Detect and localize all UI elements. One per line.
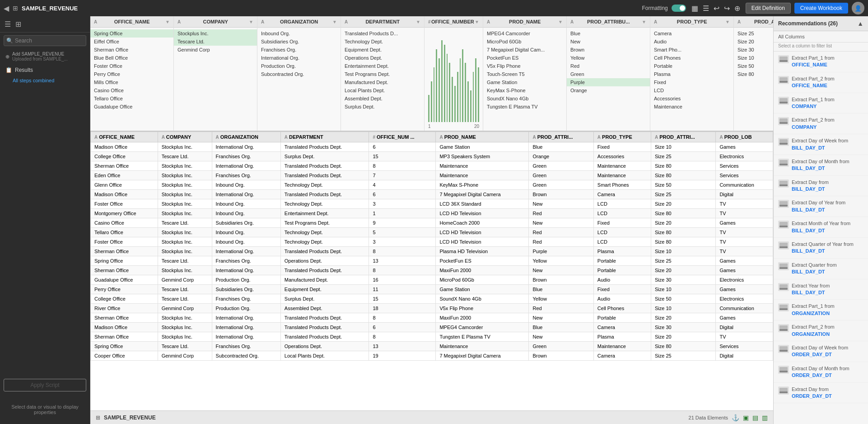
table-row[interactable]: River OfficeGenmind CorpProduction Org.A… (91, 304, 773, 313)
col-value: Manufactured Dept. (341, 78, 424, 86)
undo-button[interactable]: ↩ (712, 3, 721, 14)
col-card-header-5[interactable]: A PROD_NAME ▼ (483, 16, 566, 28)
col-value: Technology Dept. (341, 38, 424, 46)
col-filter-icon-0[interactable]: ▼ (165, 19, 170, 24)
edit-definition-button[interactable]: Edit Definition (746, 3, 791, 14)
rec-icon (778, 200, 789, 208)
recommendation-item[interactable]: Extract Part_2 from ORGANIZATION (774, 320, 868, 341)
list-view-button[interactable]: ☰ (701, 3, 711, 14)
rec-icon-inner (779, 181, 788, 186)
col-filter-icon-3[interactable]: ▼ (416, 19, 420, 24)
table-row[interactable]: Tellaro OfficeStockplus Inc.Inbound Org.… (91, 228, 773, 237)
recommendation-item[interactable]: Extract Quarter of Year from BILL_DAY_DT (774, 238, 868, 259)
recommendation-item[interactable]: Extract Part_1 from ORGANIZATION (774, 300, 868, 320)
table-row[interactable]: College OfficeTescare Ltd.Franchises Org… (91, 294, 773, 304)
formatting-toggle[interactable] (672, 5, 686, 12)
table-row[interactable]: College OfficeTescare Ltd.Franchises Org… (91, 152, 773, 161)
col-card-header-6[interactable]: A PROD_ATTRIBU... ▼ (567, 16, 650, 28)
redo-button[interactable]: ↪ (722, 3, 732, 14)
th-prod_type[interactable]: APROD_TYPE (593, 132, 651, 142)
recommendation-item[interactable]: Extract Part_2 from COMPANY (774, 113, 868, 134)
th-department[interactable]: ADEPARTMENT (280, 132, 369, 142)
col-card-header-2[interactable]: A ORGANIZATION ▼ (257, 16, 341, 28)
table-row[interactable]: Perry OfficeTescare Ltd.Subsidiaries Org… (91, 285, 773, 294)
table-row[interactable]: Sherman OfficeStockplus Inc.Internationa… (91, 247, 773, 256)
data-table-wrapper[interactable]: AOFFICE_NAMEACOMPANYAORGANIZATIONADEPART… (90, 132, 773, 410)
recommendation-item[interactable]: Extract Day from BILL_DAY_DT (774, 176, 868, 197)
recommendation-item[interactable]: Extract Quarter from BILL_DAY_DT (774, 259, 868, 279)
th-office_name[interactable]: AOFFICE_NAME (91, 132, 158, 142)
table-row[interactable]: Madison OfficeStockplus Inc.Internationa… (91, 323, 773, 332)
recommendation-item[interactable]: Extract Month of Year from BILL_DAY_DT (774, 217, 868, 238)
table-cell: Translated Products Dept. (280, 142, 369, 152)
anchor-button[interactable]: ⚓ (732, 414, 739, 421)
th-organization[interactable]: AORGANIZATION (212, 132, 280, 142)
table-row[interactable]: Spring OfficeTescare Ltd.Franchises Org.… (91, 256, 773, 266)
col-filter-icon-1[interactable]: ▼ (249, 19, 253, 24)
table-row[interactable]: Glenn OfficeStockplus Inc.Inbound Org.Te… (91, 180, 773, 190)
col-card-header-7[interactable]: A PROD_TYPE ▼ (650, 16, 733, 28)
recommendation-item[interactable]: Extract Day of Year from BILL_DAY_DT (774, 196, 868, 217)
col-filter-icon-6[interactable]: ▼ (642, 19, 646, 24)
col-filter-icon-2[interactable]: ▼ (332, 19, 337, 24)
table-row[interactable]: Sherman OfficeStockplus Inc.Internationa… (91, 332, 773, 342)
table-row[interactable]: Guadalupe OfficeGenmind CorpProduction O… (91, 275, 773, 285)
sidebar-grid-button[interactable]: ⊞ (14, 19, 22, 29)
table-row[interactable]: Madison OfficeStockplus Inc.Internationa… (91, 142, 773, 152)
recommendation-item[interactable]: Extract Day of Month from BILL_DAY_DT (774, 155, 868, 176)
col-card-header-8[interactable]: A PROD_ATTRIBU... ▼ (734, 16, 773, 28)
apply-script-button[interactable]: Apply Script (4, 379, 86, 391)
recommendation-item[interactable]: Extract Part_1 from OFFICE_NAME (774, 52, 868, 72)
table-cell: Accessories (593, 152, 651, 161)
table-row[interactable]: Sherman OfficeStockplus Inc.Internationa… (91, 313, 773, 323)
th-prod_lob[interactable]: APROD_LOB (716, 132, 773, 142)
recommendation-item[interactable]: Extract Day of Week from ORDER_DAY_DT (774, 341, 868, 362)
add-dataset-button[interactable]: ⊕ Add SAMPLE_REVENUEUploaded from SAMPLE… (0, 49, 90, 64)
table-row[interactable]: Foster OfficeStockplus Inc.Inbound Org.T… (91, 237, 773, 247)
table-row[interactable]: Eden OfficeStockplus Inc.Franchises Org.… (91, 171, 773, 180)
table-row[interactable]: Madison OfficeStockplus Inc.Internationa… (91, 190, 773, 199)
col-card-header-1[interactable]: A COMPANY ▼ (174, 16, 257, 28)
th-prod_name[interactable]: APROD_NAME (436, 132, 529, 142)
recommendation-item[interactable]: Extract Year from BILL_DAY_DT (774, 279, 868, 300)
rec-from: BILL_DAY_DT (792, 269, 825, 274)
search-input[interactable] (4, 35, 86, 46)
th-office_num-...[interactable]: #OFFICE_NUM ... (369, 132, 436, 142)
green-view-3[interactable]: ▥ (762, 414, 768, 421)
table-row[interactable]: Sherman OfficeStockplus Inc.Internationa… (91, 161, 773, 171)
recommendation-item[interactable]: Extract Day from ORDER_DAY_DT (774, 383, 868, 404)
all-steps-combined[interactable]: All steps combined (0, 76, 90, 85)
col-filter-icon-7[interactable]: ▼ (725, 19, 730, 24)
recommendation-item[interactable]: Extract Day of Month from ORDER_DAY_DT (774, 362, 868, 383)
table-row[interactable]: Spring OfficeTescare Ltd.Franchises Org.… (91, 342, 773, 351)
col-card-header-3[interactable]: A DEPARTMENT ▼ (341, 16, 424, 28)
recommendation-item[interactable]: Extract Part_2 from OFFICE_NAME (774, 72, 868, 93)
table-row[interactable]: Casino OfficeTescare Ltd.Subsidiaries Or… (91, 218, 773, 228)
filter-all-columns[interactable]: All Columns (774, 31, 868, 42)
table-row[interactable]: Sherman OfficeStockplus Inc.Internationa… (91, 266, 773, 275)
green-view-1[interactable]: ▣ (743, 414, 749, 421)
table-row[interactable]: Foster OfficeStockplus Inc.Inbound Org.T… (91, 199, 773, 209)
back-button[interactable]: ◀ (4, 4, 9, 13)
col-filter-icon-5[interactable]: ▼ (558, 19, 563, 24)
create-workbook-button[interactable]: Create Workbook (794, 3, 848, 14)
recommendation-item[interactable]: Extract Day of Week from BILL_DAY_DT (774, 134, 868, 155)
user-avatar[interactable]: 👤 (852, 2, 864, 14)
panel-toggle-icon[interactable]: ▲ (857, 20, 863, 27)
th-company[interactable]: ACOMPANY (158, 132, 212, 142)
col-header-office_number[interactable]: # OFFICE_NUMBER ▼ (425, 16, 483, 28)
results-section[interactable]: 📋 Results (0, 64, 90, 76)
table-cell: Franchises Org. (212, 256, 280, 266)
grid-view-button[interactable]: ▦ (690, 3, 700, 14)
sidebar-menu-button[interactable]: ☰ (4, 19, 12, 29)
table-cell: Spring Office (91, 342, 158, 351)
recommendation-item[interactable]: Extract Part_1 from COMPANY (774, 93, 868, 114)
link-button[interactable]: ⊕ (733, 3, 742, 14)
green-view-2[interactable]: ▤ (752, 414, 758, 421)
table-row[interactable]: Montgomery OfficeStockplus Inc.Inbound O… (91, 209, 773, 218)
table-row[interactable]: Cooper OfficeGenmind CorpSubcontracted O… (91, 351, 773, 361)
table-cell: Operations Dept. (280, 256, 369, 266)
th-prod_attri...[interactable]: APROD_ATTRI... (651, 132, 716, 142)
col-card-header-0[interactable]: A OFFICE_NAME ▼ (90, 16, 173, 28)
th-prod_attri...[interactable]: APROD_ATTRI... (529, 132, 593, 142)
